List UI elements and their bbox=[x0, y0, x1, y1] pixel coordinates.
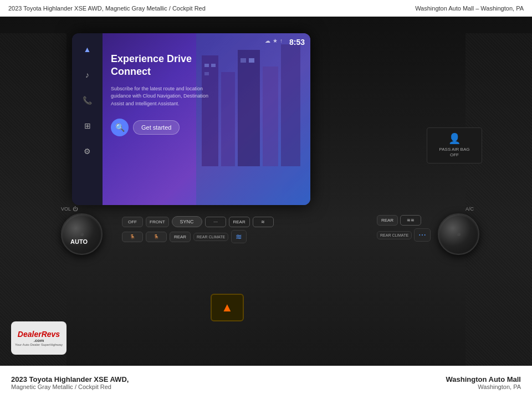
carbon-left-panel bbox=[0, 33, 66, 366]
infotainment-screen: ▲ ♪ 📞 ⊞ ⚙ bbox=[72, 33, 310, 205]
watermark-dotcom: .com bbox=[34, 338, 44, 343]
fan-icon-button[interactable]: ≋ bbox=[253, 217, 274, 227]
airflow-button[interactable]: ≋≋ bbox=[400, 215, 421, 226]
seat-heat-left-button[interactable]: 🪑 bbox=[122, 232, 143, 242]
pass-airbag-icon: 👤 bbox=[432, 132, 477, 145]
right-climate-controls: REAR ≋≋ REAR CLIMATE ⋯ bbox=[377, 215, 443, 270]
svg-rect-2 bbox=[238, 50, 260, 166]
city-illustration bbox=[196, 33, 310, 205]
off-button[interactable]: OFF bbox=[122, 217, 143, 227]
music-icon[interactable]: ♪ bbox=[80, 67, 95, 83]
dealerrevs-watermark: DealerRevs .com Your Auto Dealer SuperHi… bbox=[11, 321, 66, 355]
svg-rect-9 bbox=[249, 58, 254, 63]
screen-inner: ▲ ♪ 📞 ⊞ ⚙ bbox=[72, 33, 310, 205]
footer-dealer-location: Washington, PA bbox=[446, 383, 521, 390]
info-bar-right: Washington Auto Mall Washington, PA bbox=[446, 375, 521, 390]
pass-airbag-box: 👤 PASS AIR BAG OFF bbox=[427, 127, 482, 163]
svg-rect-4 bbox=[281, 44, 300, 166]
rear-top-button[interactable]: REAR bbox=[229, 217, 250, 227]
top-bar-title: 2023 Toyota Highlander XSE AWD, Magnetic… bbox=[8, 5, 415, 12]
auto-label: AUTO bbox=[70, 238, 88, 245]
watermark-brand-name: DealerRevs bbox=[18, 330, 60, 338]
right-ctrl-row-bottom: REAR CLIMATE ⋯ bbox=[377, 228, 443, 242]
top-bar-dealer: Washington Auto Mall – Washington, PA bbox=[415, 5, 524, 12]
screen-status-icons: ☁★↑ bbox=[265, 38, 283, 44]
pass-airbag-label: PASS AIR BAG OFF bbox=[432, 147, 477, 158]
screen-text-area: Experience Drive Connect Subscribe for t… bbox=[111, 53, 211, 136]
phone-icon[interactable]: 📞 bbox=[80, 93, 95, 108]
footer-dealer-name: Washington Auto Mall bbox=[446, 375, 521, 383]
climate-row-top: OFF FRONT SYNC ⋯ REAR ≋ bbox=[122, 216, 305, 227]
ac-label: A/C bbox=[466, 206, 474, 212]
svg-rect-6 bbox=[211, 64, 216, 67]
watermark-tagline: Your Auto Dealer SuperHighway bbox=[15, 343, 63, 346]
car-photo: ▲ ♪ 📞 ⊞ ⚙ bbox=[0, 17, 532, 366]
svg-rect-3 bbox=[263, 66, 278, 166]
screen-sidebar: ▲ ♪ 📞 ⊞ ⚙ bbox=[72, 33, 103, 205]
volume-knob-dial[interactable] bbox=[61, 213, 103, 255]
screen-drive-connect-title: Experience Drive Connect bbox=[111, 53, 211, 79]
defrost-right-button[interactable]: ⋯ bbox=[414, 228, 431, 242]
carbon-right-panel bbox=[466, 33, 532, 366]
hazard-button[interactable]: ▲ bbox=[211, 294, 244, 321]
rear-climate-button[interactable]: REAR CLIMATE bbox=[193, 233, 228, 241]
svg-rect-1 bbox=[221, 72, 235, 166]
volume-knob[interactable] bbox=[61, 213, 103, 255]
right-ctrl-row-top: REAR ≋≋ bbox=[377, 215, 443, 226]
screen-clock: 8:53 bbox=[289, 38, 305, 47]
app-icon[interactable]: ⊞ bbox=[80, 118, 95, 134]
settings-icon[interactable]: ⚙ bbox=[80, 144, 95, 159]
rear-climate-right-button[interactable]: REAR CLIMATE bbox=[377, 231, 412, 239]
climate-controls-panel: OFF FRONT SYNC ⋯ REAR ≋ 🪑 🪑 REAR REAR CL… bbox=[119, 213, 308, 274]
rear-bottom-button[interactable]: REAR bbox=[170, 232, 191, 242]
sync-button[interactable]: SYNC bbox=[172, 216, 202, 227]
footer-car-subtitle: Magnetic Gray Metallic / Cockpit Red bbox=[11, 383, 446, 390]
svg-rect-8 bbox=[241, 58, 246, 63]
info-bar: 2023 Toyota Highlander XSE AWD, Magnetic… bbox=[0, 366, 532, 399]
get-started-button[interactable]: Get started bbox=[133, 120, 180, 135]
footer-car-title: 2023 Toyota Highlander XSE AWD, bbox=[11, 375, 446, 383]
temperature-knob[interactable] bbox=[438, 213, 479, 255]
front-button[interactable]: FRONT bbox=[146, 217, 169, 227]
rear-right-button[interactable]: REAR bbox=[377, 215, 398, 226]
screen-main-area: ☁★↑ 8:53 Experience Drive Connect Subscr… bbox=[103, 33, 310, 205]
seat-heat-right-button[interactable]: 🪑 bbox=[146, 232, 167, 242]
nav-icon[interactable]: ▲ bbox=[80, 42, 95, 57]
climate-row-bottom: 🪑 🪑 REAR REAR CLIMATE ≋ bbox=[122, 230, 305, 243]
top-bar: 2023 Toyota Highlander XSE AWD, Magnetic… bbox=[0, 0, 532, 17]
hazard-icon: ▲ bbox=[221, 300, 233, 315]
defrost-button[interactable]: ≋ bbox=[231, 230, 247, 243]
screen-search-button[interactable]: 🔍 bbox=[111, 119, 129, 136]
info-bar-left: 2023 Toyota Highlander XSE AWD, Magnetic… bbox=[11, 375, 446, 390]
pass-airbag-indicator: 👤 PASS AIR BAG OFF bbox=[427, 127, 482, 163]
temperature-knob-dial[interactable] bbox=[438, 213, 479, 255]
screen-drive-connect-subtitle: Subscribe for the latest route and locat… bbox=[111, 85, 211, 108]
screen-action-row: 🔍 Get started bbox=[111, 119, 211, 136]
vol-label: VOL ⏻ bbox=[61, 206, 78, 212]
fan-speed-button[interactable]: ⋯ bbox=[205, 217, 226, 227]
